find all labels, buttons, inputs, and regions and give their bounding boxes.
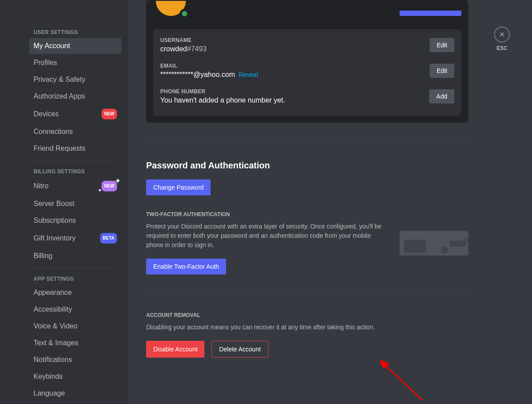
twofa-header: TWO-FACTOR AUTHENTICATION <box>146 211 386 217</box>
section-header-app: APP SETTINGS <box>29 273 121 285</box>
sidebar-item-voice-video[interactable]: Voice & Video <box>29 318 121 334</box>
username-label: USERNAME <box>160 37 207 43</box>
sidebar-item-devices[interactable]: Devices NEW <box>29 105 121 123</box>
annotation-arrow-icon <box>380 360 433 404</box>
section-header-billing: BILLING SETTINGS <box>29 166 121 177</box>
sidebar-item-text-images[interactable]: Text & Images <box>29 335 121 351</box>
close-label: ESC <box>494 45 510 51</box>
phone-row: PHONE NUMBER You haven't added a phone n… <box>160 88 454 104</box>
sidebar-item-language[interactable]: Language <box>29 385 121 401</box>
section-divider <box>146 293 468 293</box>
edit-profile-button[interactable] <box>400 11 461 16</box>
removal-header: ACCOUNT REMOVAL <box>146 312 468 318</box>
twofa-illustration <box>400 231 468 255</box>
sidebar-item-server-boost[interactable]: Server Boost <box>29 196 121 212</box>
account-info-box: USERNAME crowded#7493 Edit EMAIL *******… <box>153 29 461 116</box>
phone-value: You haven't added a phone number yet. <box>160 96 285 104</box>
password-auth-section: Password and Authentication Change Passw… <box>146 160 468 274</box>
new-badge: NEW <box>102 109 117 119</box>
sidebar-item-gift-inventory[interactable]: Gift Inventory BETA <box>29 229 121 247</box>
close-button[interactable] <box>494 27 510 42</box>
sidebar-item-billing[interactable]: Billing <box>29 248 121 264</box>
removal-description: Disabling your account means you can rec… <box>146 323 393 332</box>
avatar[interactable] <box>153 7 189 16</box>
twofa-description: Protect your Discord account with an ext… <box>146 222 386 250</box>
sidebar-item-accessibility[interactable]: Accessibility <box>29 301 121 317</box>
email-value: ************@yahoo.com Reveal <box>160 71 258 79</box>
section-header-user: USER SETTINGS <box>29 27 121 38</box>
svg-line-0 <box>385 365 422 400</box>
enable-twofa-button[interactable]: Enable Two-Factor Auth <box>146 259 226 274</box>
email-row: EMAIL ************@yahoo.com Reveal Edit <box>160 63 454 79</box>
new-badge-nitro: NEW ✦ ✦ <box>102 181 117 191</box>
username-row: USERNAME crowded#7493 Edit <box>160 37 454 53</box>
close-icon <box>498 31 506 38</box>
sidebar-item-connections[interactable]: Connections <box>29 124 121 140</box>
account-card: USERNAME crowded#7493 Edit EMAIL *******… <box>146 0 468 123</box>
username-value: crowded#7493 <box>160 45 207 53</box>
edit-username-button[interactable]: Edit <box>430 38 454 52</box>
sidebar-item-keybinds[interactable]: Keybinds <box>29 369 121 385</box>
sidebar-item-subscriptions[interactable]: Subscriptions <box>29 213 121 229</box>
add-phone-button[interactable]: Add <box>429 89 454 103</box>
account-removal-section: ACCOUNT REMOVAL Disabling your account m… <box>146 312 468 358</box>
edit-email-button[interactable]: Edit <box>430 64 454 78</box>
sidebar-divider <box>34 161 117 161</box>
sidebar-item-profiles[interactable]: Profiles <box>29 55 121 71</box>
status-online-icon <box>180 9 189 19</box>
settings-sidebar: USER SETTINGS My Account Profiles Privac… <box>0 0 128 404</box>
delete-account-button[interactable]: Delete Account <box>211 341 268 358</box>
sidebar-item-privacy[interactable]: Privacy & Safety <box>29 72 121 88</box>
section-divider <box>146 141 468 142</box>
beta-badge: BETA <box>100 233 117 244</box>
sidebar-item-nitro[interactable]: Nitro NEW ✦ ✦ <box>29 177 121 195</box>
sidebar-item-my-account[interactable]: My Account <box>29 38 121 54</box>
sidebar-item-notifications[interactable]: Notifications <box>29 352 121 368</box>
email-label: EMAIL <box>160 63 258 69</box>
disable-account-button[interactable]: Disable Account <box>146 341 204 358</box>
sparkle-icon: ✦ <box>98 186 102 195</box>
change-password-button[interactable]: Change Password <box>146 179 211 195</box>
discriminator: #7493 <box>187 45 207 53</box>
reveal-email-link[interactable]: Reveal <box>239 71 258 78</box>
content-area: USERNAME crowded#7493 Edit EMAIL *******… <box>128 0 532 404</box>
sidebar-item-authorized-apps[interactable]: Authorized Apps <box>29 88 121 104</box>
close-settings: ESC <box>494 27 510 51</box>
sidebar-divider <box>34 268 117 269</box>
sidebar-item-friend-requests[interactable]: Friend Requests <box>29 141 121 156</box>
phone-label: PHONE NUMBER <box>160 88 285 95</box>
password-section-title: Password and Authentication <box>146 160 468 171</box>
sidebar-item-appearance[interactable]: Appearance <box>29 285 121 301</box>
sparkle-icon: ✦ <box>115 176 121 185</box>
